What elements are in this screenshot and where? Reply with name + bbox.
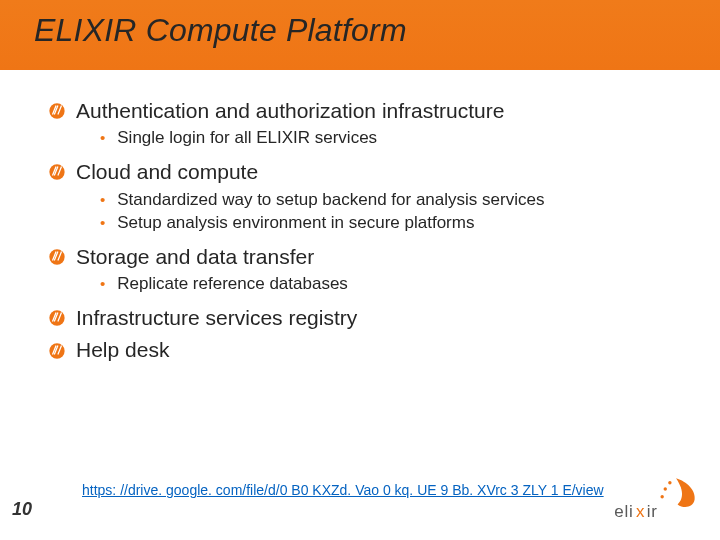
sub-list: • Standardized way to setup backend for … (100, 189, 680, 234)
sub-bullet: • Standardized way to setup backend for … (100, 189, 680, 211)
svg-point-7 (660, 495, 663, 498)
dot-icon: • (100, 274, 105, 294)
svg-point-3 (49, 311, 64, 326)
svg-text:x: x (636, 502, 645, 521)
page-number: 10 (12, 499, 32, 520)
elixir-bullet-icon (48, 248, 66, 266)
elixir-bullet-icon (48, 309, 66, 327)
bullet-text: Cloud and compute (76, 159, 258, 185)
content-area: Authentication and authorization infrast… (48, 98, 680, 367)
svg-point-9 (678, 486, 680, 488)
sub-list: • Single login for all ELIXIR services (100, 127, 680, 149)
dot-icon: • (100, 128, 105, 148)
sub-bullet: • Setup analysis environment in secure p… (100, 212, 680, 234)
sub-list: • Replicate reference databases (100, 273, 680, 295)
svg-point-4 (49, 343, 64, 358)
elixir-logo-icon: eli x ir (608, 472, 704, 526)
sub-bullet: • Single login for all ELIXIR services (100, 127, 680, 149)
sub-bullet: • Replicate reference databases (100, 273, 680, 295)
reference-link[interactable]: https: //drive. google. com/file/d/0 B0 … (82, 482, 604, 498)
svg-point-2 (49, 249, 64, 264)
bullet-text: Storage and data transfer (76, 244, 314, 270)
sub-text: Replicate reference databases (117, 273, 348, 295)
svg-point-5 (668, 481, 671, 484)
bullet-item: Infrastructure services registry (48, 305, 680, 331)
slide-title: ELIXIR Compute Platform (34, 12, 407, 49)
bullet-text: Authentication and authorization infrast… (76, 98, 504, 124)
dot-icon: • (100, 213, 105, 233)
bullet-item: Cloud and compute (48, 159, 680, 185)
svg-text:ir: ir (647, 502, 658, 521)
slide: ELIXIR Compute Platform Authentication a… (0, 0, 720, 540)
svg-point-1 (49, 165, 64, 180)
bullet-text: Help desk (76, 337, 169, 363)
svg-point-6 (664, 487, 667, 490)
sub-text: Single login for all ELIXIR services (117, 127, 377, 149)
svg-text:eli: eli (614, 502, 633, 521)
sub-text: Standardized way to setup backend for an… (117, 189, 544, 211)
dot-icon: • (100, 190, 105, 210)
bullet-item: Authentication and authorization infrast… (48, 98, 680, 124)
elixir-bullet-icon (48, 102, 66, 120)
elixir-bullet-icon (48, 163, 66, 181)
bullet-item: Help desk (48, 337, 680, 363)
svg-point-0 (49, 103, 64, 118)
bullet-item: Storage and data transfer (48, 244, 680, 270)
svg-point-8 (673, 491, 675, 493)
elixir-bullet-icon (48, 342, 66, 360)
bullet-text: Infrastructure services registry (76, 305, 357, 331)
sub-text: Setup analysis environment in secure pla… (117, 212, 474, 234)
